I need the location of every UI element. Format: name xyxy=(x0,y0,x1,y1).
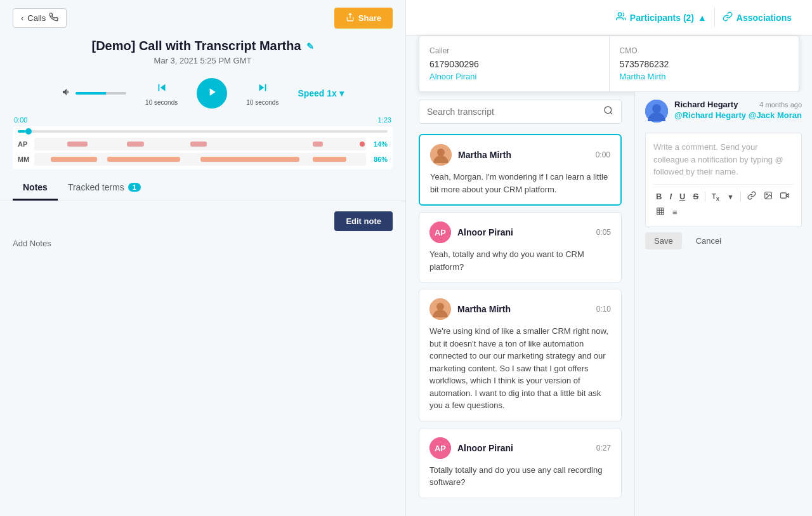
link-button[interactable] xyxy=(745,190,759,203)
speaker-name-3: Martha Mirth xyxy=(457,304,511,314)
mm-percent: 86% xyxy=(370,155,388,163)
notes-area: Edit note Add Notes xyxy=(0,201,405,516)
call-date: Mar 3, 2021 5:25 PM GMT xyxy=(13,56,393,65)
image-icon xyxy=(764,192,773,202)
search-input[interactable] xyxy=(427,107,598,117)
transcript-header-2: AP Alnoor Pirani 0:05 xyxy=(429,222,611,243)
comment-meta-row: Richard Hegarty 4 months ago xyxy=(674,100,802,109)
edit-note-button[interactable]: Edit note xyxy=(334,211,393,231)
transcript-column: Martha Mirth 0:00 Yeah, Morgan. I'm wond… xyxy=(406,92,634,516)
skip-forward-button[interactable]: 10 seconds xyxy=(246,81,278,106)
more-options-button[interactable]: ≡ xyxy=(670,206,680,218)
bold-button[interactable]: B xyxy=(653,190,664,202)
waveform-container[interactable]: AP 14% MM 86% xyxy=(13,126,393,169)
participants-label: Participants (2) xyxy=(630,13,694,23)
share-button[interactable]: Share xyxy=(334,8,393,29)
speaker-name-1: Martha Mirth xyxy=(458,150,511,160)
table-icon xyxy=(656,208,665,218)
caller-name-link[interactable]: Alnoor Pirani xyxy=(429,72,599,81)
save-comment-button[interactable]: Save xyxy=(645,232,682,249)
commenter-avatar xyxy=(645,100,668,122)
tabs-section: Notes Tracked terms 1 xyxy=(0,176,405,201)
cancel-comment-button[interactable]: Cancel xyxy=(687,232,730,249)
transcript-entry-3: Martha Mirth 0:10 We're using kind of li… xyxy=(419,289,622,421)
speaker-info-4: AP Alnoor Pirani xyxy=(429,437,513,459)
notes-tab-label: Notes xyxy=(23,182,48,192)
skip-forward-label: 10 seconds xyxy=(246,99,278,106)
text-style-icon: Tx xyxy=(712,192,719,200)
comment-mention: @Richard Hegarty @Jack Moran xyxy=(674,110,802,120)
image-button[interactable] xyxy=(761,190,775,203)
edit-title-icon[interactable]: ✎ xyxy=(306,41,314,51)
tab-tracked-terms[interactable]: Tracked terms 1 xyxy=(58,176,151,201)
play-icon xyxy=(206,86,218,102)
svg-point-4 xyxy=(437,149,445,156)
comment-body: @Richard Hegarty @Jack Moran xyxy=(674,110,802,120)
italic-button[interactable]: I xyxy=(667,190,674,202)
avatar-ap-2: AP xyxy=(429,437,451,459)
transcript-text-2: Yeah, totally and why do you want to CRM… xyxy=(429,248,611,273)
search-box xyxy=(419,100,622,124)
left-panel: ‹ Calls Share [Demo] Call with Transcrip… xyxy=(0,0,406,516)
svg-rect-16 xyxy=(780,193,786,198)
player-controls: 10 seconds 10 seconds Speed 1x ▾ xyxy=(13,78,393,109)
main-right: Martha Mirth 0:00 Yeah, Morgan. I'm wond… xyxy=(406,92,812,516)
chevron-up-icon: ▲ xyxy=(698,13,707,23)
tab-notes[interactable]: Notes xyxy=(13,176,58,201)
transcript-entry-2: AP Alnoor Pirani 0:05 Yeah, totally and … xyxy=(419,212,622,282)
transcript-header-1: Martha Mirth 0:00 xyxy=(430,144,610,166)
caller-phone: 6179030296 xyxy=(429,59,599,69)
table-button[interactable] xyxy=(653,206,667,219)
associations-label: Associations xyxy=(737,13,792,23)
add-notes-link[interactable]: Add Notes xyxy=(13,239,393,248)
video-button[interactable] xyxy=(778,190,792,203)
right-panel: Participants (2) ▲ Associations Caller 6… xyxy=(406,0,812,516)
tracked-tab-label: Tracked terms xyxy=(68,182,124,192)
speed-label: Speed 1x xyxy=(298,88,336,98)
svg-text:AP: AP xyxy=(435,228,446,237)
speaker-info-2: AP Alnoor Pirani xyxy=(429,222,513,243)
calls-back-button[interactable]: ‹ Calls xyxy=(13,8,67,28)
speaker-name-2: Alnoor Pirani xyxy=(457,227,513,237)
timestamp-1: 0:00 xyxy=(596,150,610,159)
underline-button[interactable]: U xyxy=(677,190,688,202)
mm-track-label: MM xyxy=(18,155,30,163)
svg-point-8 xyxy=(436,303,444,310)
chevron-left-icon: ‹ xyxy=(21,13,23,23)
write-comment-placeholder[interactable]: Write a comment. Send your colleague a n… xyxy=(653,141,794,179)
dropdown-format-button[interactable]: ▼ xyxy=(724,190,737,202)
speaker-name-4: Alnoor Pirani xyxy=(457,443,513,453)
volume-slider[interactable] xyxy=(75,92,126,95)
speaker-info-1: Martha Mirth xyxy=(430,144,511,166)
participants-dropdown: Caller 6179030296 Alnoor Pirani CMO 5735… xyxy=(419,36,799,92)
comment-header: Richard Hegarty 4 months ago @Richard He… xyxy=(635,92,812,128)
svg-rect-17 xyxy=(657,208,664,215)
time-labels: 0:00 1:23 xyxy=(13,116,393,124)
current-time: 0:00 xyxy=(14,116,27,124)
speaker-info-3: Martha Mirth xyxy=(429,298,511,320)
write-comment-area[interactable]: Write a comment. Send your colleague a n… xyxy=(645,133,802,227)
avatar-ap-1: AP xyxy=(429,222,451,243)
transcript-entry-4: AP Alnoor Pirani 0:27 Totally totally an… xyxy=(419,428,622,498)
underline-icon: U xyxy=(679,192,685,201)
text-style-button[interactable]: Tx xyxy=(709,190,722,203)
cmo-phone: 5735786232 xyxy=(620,59,789,69)
play-button[interactable] xyxy=(197,78,227,109)
toolbar-separator-1 xyxy=(705,192,705,202)
ap-percent: 14% xyxy=(370,140,388,148)
speed-button[interactable]: Speed 1x ▾ xyxy=(298,88,343,98)
format-dropdown-icon: ▼ xyxy=(727,193,734,201)
call-title-section: [Demo] Call with Transcript Martha ✎ Mar… xyxy=(0,36,405,73)
call-title: [Demo] Call with Transcript Martha ✎ xyxy=(13,39,393,53)
skip-back-button[interactable]: 10 seconds xyxy=(145,81,178,106)
associations-button[interactable]: Associations xyxy=(715,8,799,27)
strikethrough-button[interactable]: S xyxy=(690,190,701,202)
timestamp-3: 0:10 xyxy=(596,305,611,314)
more-icon: ≡ xyxy=(672,208,678,217)
cmo-name-link[interactable]: Martha Mirth xyxy=(620,72,789,81)
participants-button[interactable]: Participants (2) ▲ xyxy=(608,8,715,27)
timestamp-4: 0:27 xyxy=(596,444,611,453)
skip-forward-icon xyxy=(256,81,270,98)
comment-content: Richard Hegarty 4 months ago @Richard He… xyxy=(674,100,802,120)
caller-role: Caller xyxy=(429,46,599,55)
